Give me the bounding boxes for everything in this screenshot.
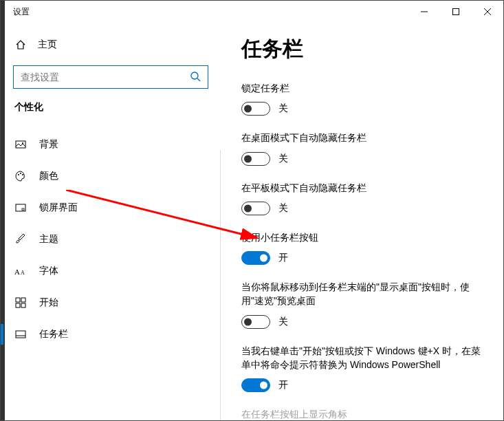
toggle-autohide-tablet[interactable] (241, 202, 270, 215)
toggle-state: 关 (278, 153, 288, 165)
setting-label: 当我右键单击"开始"按钮或按下 Windows 键+X 时，在菜单中将命令提示符… (241, 344, 483, 372)
section-header: 个性化 (13, 101, 208, 114)
nav-label: 锁屏界面 (39, 202, 78, 214)
setting-badges: 在任务栏按钮上显示角标 关 (241, 407, 483, 420)
picture-icon (14, 139, 27, 150)
nav-label: 开始 (39, 296, 58, 309)
toggle-peek-desktop[interactable] (241, 315, 270, 329)
toggle-state: 开 (278, 252, 288, 264)
start-icon (14, 297, 27, 308)
sidebar-item-themes[interactable]: 主题 (13, 224, 208, 255)
window-controls (408, 1, 503, 23)
svg-point-1 (191, 72, 198, 79)
svg-rect-12 (21, 298, 25, 302)
close-button[interactable] (472, 1, 503, 23)
svg-text:A: A (21, 270, 25, 276)
nav-label: 字体 (39, 265, 58, 277)
nav-list: 背景 颜色 锁屏界面 主题 (13, 129, 208, 350)
title-bar: 设置 (1, 1, 503, 23)
window-title: 设置 (13, 6, 30, 18)
sidebar: 主页 个性化 背景 颜色 (1, 23, 221, 420)
svg-rect-2 (16, 141, 25, 148)
home-label: 主页 (38, 39, 57, 51)
nav-label: 背景 (39, 138, 58, 151)
main-panel: 任务栏 锁定任务栏 关 在桌面模式下自动隐藏任务栏 关 在平板模式下自动隐藏任务… (221, 23, 503, 420)
toggle-state: 开 (278, 379, 288, 391)
svg-rect-15 (16, 331, 25, 338)
svg-rect-13 (16, 303, 20, 307)
setting-powershell: 当我右键单击"开始"按钮或按下 Windows 键+X 时，在菜单中将命令提示符… (241, 344, 483, 393)
setting-autohide-tablet: 在平板模式下自动隐藏任务栏 关 (241, 181, 483, 215)
brush-icon (14, 234, 27, 245)
setting-small-buttons: 使用小任务栏按钮 开 (241, 230, 483, 265)
svg-rect-14 (21, 303, 25, 307)
svg-text:A: A (14, 268, 20, 276)
setting-label: 使用小任务栏按钮 (241, 230, 483, 244)
toggle-autohide-desktop[interactable] (241, 152, 270, 166)
search-input[interactable] (21, 72, 190, 83)
svg-rect-8 (22, 208, 24, 210)
setting-label: 在任务栏按钮上显示角标 (241, 407, 483, 420)
sidebar-item-lockscreen[interactable]: 锁屏界面 (13, 192, 208, 224)
setting-label: 锁定任务栏 (241, 81, 483, 95)
toggle-state: 关 (278, 102, 288, 115)
svg-point-4 (18, 174, 19, 175)
svg-point-5 (20, 173, 21, 174)
palette-icon (14, 171, 27, 182)
svg-rect-11 (16, 298, 20, 302)
setting-label: 在平板模式下自动隐藏任务栏 (241, 181, 483, 195)
toggle-state: 关 (278, 316, 288, 328)
home-nav[interactable]: 主页 (13, 32, 208, 57)
font-icon: AA (14, 266, 27, 276)
setting-autohide-desktop: 在桌面模式下自动隐藏任务栏 关 (241, 131, 483, 165)
taskbar-icon (14, 329, 27, 340)
toggle-state: 关 (278, 202, 288, 215)
setting-peek-desktop: 当你将鼠标移动到任务栏末端的"显示桌面"按钮时，使用"速览"预览桌面 关 (241, 280, 483, 329)
lockscreen-icon (14, 202, 27, 213)
setting-label: 在桌面模式下自动隐藏任务栏 (241, 131, 483, 144)
search-box[interactable] (13, 65, 208, 89)
nav-label: 颜色 (39, 170, 58, 182)
minimize-button[interactable] (408, 1, 440, 23)
maximize-button[interactable] (440, 1, 472, 23)
sidebar-item-fonts[interactable]: AA 字体 (13, 255, 208, 287)
sidebar-item-background[interactable]: 背景 (13, 129, 208, 160)
home-icon (14, 39, 27, 50)
setting-label: 当你将鼠标移动到任务栏末端的"显示桌面"按钮时，使用"速览"预览桌面 (241, 280, 483, 308)
svg-rect-0 (453, 9, 459, 15)
toggle-small-buttons[interactable] (241, 251, 270, 265)
setting-lock-taskbar: 锁定任务栏 关 (241, 81, 483, 116)
nav-label: 任务栏 (39, 328, 68, 341)
toggle-powershell[interactable] (241, 378, 270, 392)
toggle-lock-taskbar[interactable] (241, 102, 270, 116)
sidebar-item-start[interactable]: 开始 (13, 287, 208, 319)
search-icon (190, 71, 201, 84)
svg-point-6 (22, 174, 23, 175)
page-title: 任务栏 (241, 35, 483, 63)
svg-point-3 (22, 142, 23, 144)
nav-label: 主题 (39, 233, 58, 246)
sidebar-item-taskbar[interactable]: 任务栏 (13, 319, 208, 350)
sidebar-item-colors[interactable]: 颜色 (13, 160, 208, 192)
